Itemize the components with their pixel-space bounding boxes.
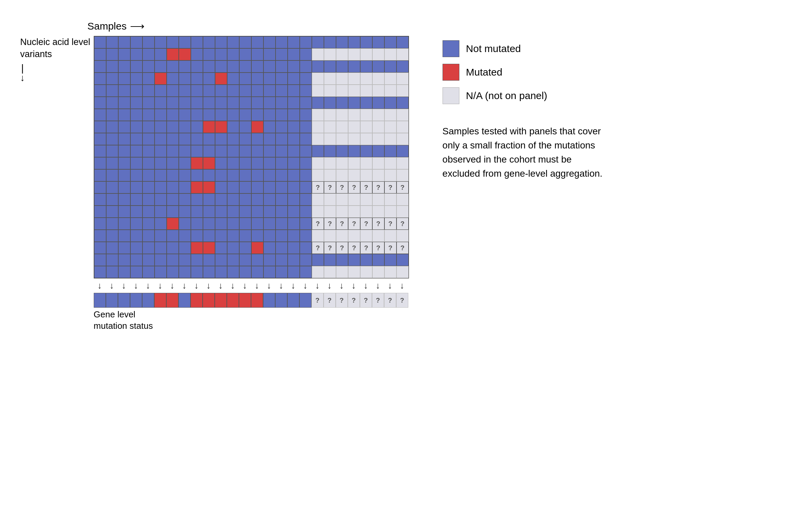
grid-cell (154, 145, 167, 157)
grid-cell (300, 109, 312, 121)
grid-cell (239, 84, 251, 97)
grid-cell (348, 49, 360, 60)
gene-cell (130, 293, 142, 308)
grid-cell (336, 84, 348, 97)
grid-cell (239, 49, 251, 60)
grid-cell (372, 84, 384, 97)
grid-cell (227, 193, 239, 206)
grid-cell (396, 84, 409, 97)
grid-cell (215, 157, 227, 169)
explanation-text: Samples tested with panels that cover on… (443, 124, 604, 181)
grid-cell (300, 169, 312, 182)
grid-cell (348, 254, 360, 266)
grid-cell (191, 84, 203, 97)
grid-cell (288, 206, 300, 217)
grid-cell (227, 230, 239, 242)
grid-cell (276, 169, 288, 182)
grid-cell (203, 254, 215, 266)
grid-cell (324, 193, 336, 206)
grid-cell (251, 266, 263, 278)
grid-cell (372, 133, 384, 145)
grid-cell (312, 73, 324, 84)
gene-cell (190, 293, 203, 308)
grid-cell (384, 169, 396, 182)
grid-cell (372, 169, 384, 182)
grid-cell (191, 121, 203, 133)
grid-cell (94, 73, 106, 84)
grid-cell (215, 193, 227, 206)
grid-cell (348, 206, 360, 217)
grid-cell (215, 97, 227, 109)
grid-cell (251, 217, 263, 230)
grid-cell (336, 169, 348, 182)
grid-cell: ? (324, 217, 336, 230)
grid-cell (263, 36, 276, 49)
grid-cell (396, 169, 409, 182)
mutated-box (443, 64, 459, 81)
grid-cell: ? (348, 242, 360, 254)
grid-cell (215, 84, 227, 97)
grid-cell (372, 60, 384, 73)
grid-cell (324, 121, 336, 133)
grid-cell (239, 193, 251, 206)
grid-cell (203, 73, 215, 84)
grid-cell (191, 73, 203, 84)
grid-cell (276, 230, 288, 242)
grid-cell (203, 49, 215, 60)
grid-cell (106, 206, 118, 217)
down-arrow: ↓ (190, 281, 203, 291)
grid-cell (360, 36, 372, 49)
grid-cell (203, 121, 215, 133)
right-legend: Not mutated Mutated N/A (not on panel) S… (443, 40, 604, 181)
grid-cell (372, 230, 384, 242)
grid-cell (227, 73, 239, 84)
grid-cell (384, 145, 396, 157)
grid-cell (203, 217, 215, 230)
grid-cell (130, 84, 143, 97)
grid-cell (360, 109, 372, 121)
grid-cell (336, 121, 348, 133)
grid-cell (106, 121, 118, 133)
gene-cell: ? (348, 293, 360, 308)
grid-cell (276, 133, 288, 145)
grid-cell (312, 97, 324, 109)
grid-cell (396, 230, 409, 242)
grid-cell (312, 121, 324, 133)
grid-cell (179, 121, 191, 133)
grid-cell (203, 60, 215, 73)
grid-cell (227, 133, 239, 145)
grid-cell (154, 266, 167, 278)
grid-cell (300, 193, 312, 206)
grid-cell (94, 84, 106, 97)
na-box (443, 87, 459, 104)
grid-cell (312, 254, 324, 266)
grid-cell (263, 242, 276, 254)
grid-cell (276, 157, 288, 169)
grid-cell (167, 254, 179, 266)
grid-cell: ? (312, 217, 324, 230)
grid-cell (143, 84, 154, 97)
legend-not-mutated: Not mutated (443, 40, 604, 57)
down-arrow: ↓ (94, 281, 106, 291)
grid-cell (312, 193, 324, 206)
grid-cell (324, 84, 336, 97)
grid-cell (396, 121, 409, 133)
grid-cell (179, 133, 191, 145)
grid-cell (336, 73, 348, 84)
grid-cell (143, 157, 154, 169)
grid-cell (191, 97, 203, 109)
grid-cell (360, 169, 372, 182)
grid-cell (251, 60, 263, 73)
samples-arrow: ⟶ (130, 20, 145, 32)
grid-cell (384, 157, 396, 169)
gene-cell (275, 293, 287, 308)
grid-cell (300, 230, 312, 242)
grid-and-gene: ???????????????????????? ↓↓↓↓↓↓↓↓↓↓↓↓↓↓↓… (94, 36, 409, 332)
grid-cell (118, 169, 130, 182)
grid-cell: ? (360, 217, 372, 230)
grid-cell (251, 36, 263, 49)
grid-cell (372, 266, 384, 278)
grid-cell (179, 266, 191, 278)
grid-cell (251, 157, 263, 169)
grid-cell (300, 121, 312, 133)
